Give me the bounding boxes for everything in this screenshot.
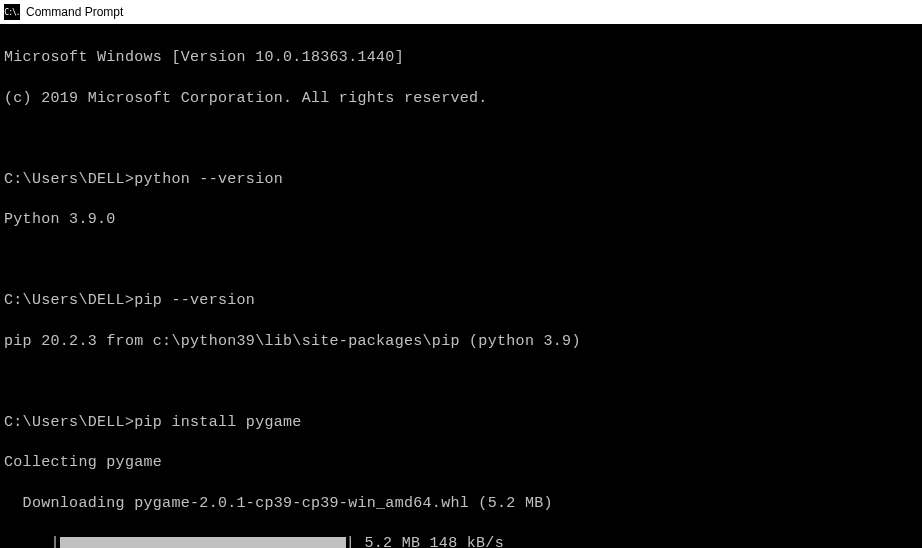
progress-pipe-left: | [51, 534, 60, 548]
prompt-path: C:\Users\DELL> [4, 413, 134, 433]
output-line: Downloading pygame-2.0.1-cp39-cp39-win_a… [4, 494, 918, 514]
os-header: Microsoft Windows [Version 10.0.18363.14… [4, 48, 918, 68]
cmd-icon: C:\. [4, 4, 20, 20]
progress-indent [4, 534, 51, 548]
command-text: pip install pygame [134, 413, 301, 433]
output-line: Python 3.9.0 [4, 210, 918, 230]
output-line: Collecting pygame [4, 453, 918, 473]
progress-line: || 5.2 MB 148 kB/s [4, 534, 918, 548]
command-line: C:\Users\DELL>pip --version [4, 291, 918, 311]
command-text: python --version [134, 170, 283, 190]
command-line: C:\Users\DELL>pip install pygame [4, 413, 918, 433]
blank-line [4, 372, 918, 392]
prompt-path: C:\Users\DELL> [4, 291, 134, 311]
output-line: pip 20.2.3 from c:\python39\lib\site-pac… [4, 332, 918, 352]
cmd-icon-glyph: C:\. [4, 8, 19, 17]
progress-bar: || [51, 534, 356, 548]
progress-stats: 5.2 MB 148 kB/s [355, 534, 504, 548]
command-text: pip --version [134, 291, 255, 311]
terminal-output[interactable]: Microsoft Windows [Version 10.0.18363.14… [0, 24, 922, 548]
prompt-path: C:\Users\DELL> [4, 170, 134, 190]
copyright-line: (c) 2019 Microsoft Corporation. All righ… [4, 89, 918, 109]
progress-fill [60, 537, 346, 548]
progress-pipe-right: | [346, 534, 355, 548]
blank-line [4, 129, 918, 149]
window-title: Command Prompt [26, 5, 123, 19]
window-titlebar[interactable]: C:\. Command Prompt [0, 0, 922, 24]
command-line: C:\Users\DELL>python --version [4, 170, 918, 190]
blank-line [4, 251, 918, 271]
